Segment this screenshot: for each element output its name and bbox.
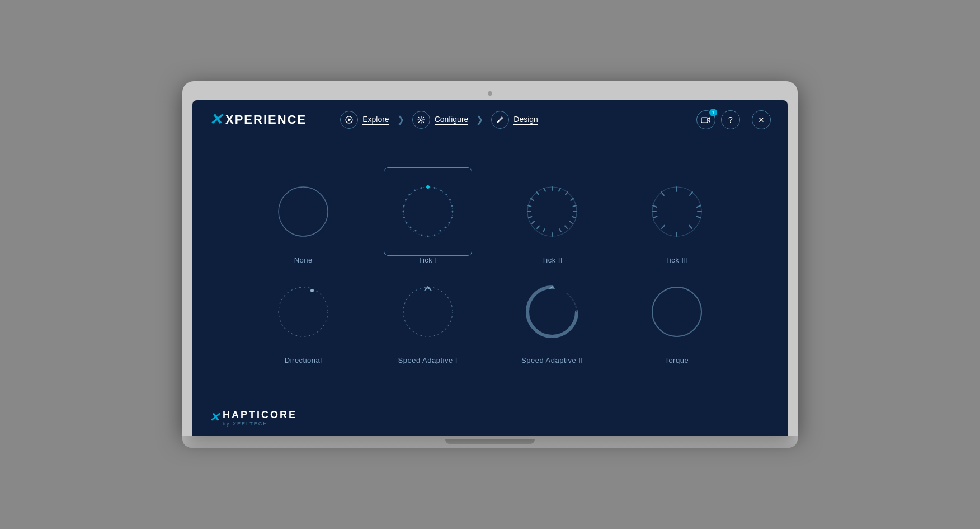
knob-speed-adaptive1 [392,275,464,348]
logo: ✕ XPERIENCE [209,110,307,129]
mode-speed-adaptive1[interactable]: Speed Adaptive I [374,275,482,364]
mode-speed-adaptive2[interactable]: Speed Adaptive II [498,275,606,364]
label-torque: Torque [665,356,689,364]
explore-icon [340,111,358,129]
chevron2: ❯ [476,114,483,125]
svg-line-64 [661,192,664,195]
laptop-frame: ✕ XPERIENCE Explore ❯ [182,81,798,436]
svg-line-39 [570,221,573,223]
label-directional: Directional [285,356,322,364]
mode-torque[interactable]: Torque [623,275,731,364]
svg-point-74 [652,287,701,336]
label-tick3: Tick III [665,256,689,264]
header-right: 1 ? ✕ [696,110,771,129]
laptop-notch [445,439,535,444]
mode-directional[interactable]: Directional [249,275,357,364]
svg-line-61 [653,217,657,218]
svg-line-48 [528,205,531,207]
knob-tick2 [516,175,588,248]
main-content: None [192,139,788,400]
svg-line-60 [662,226,665,229]
configure-label: Configure [435,115,469,125]
help-button[interactable]: ? [721,110,740,129]
svg-marker-1 [348,118,351,121]
svg-line-45 [532,221,535,223]
label-tick2: Tick II [541,256,563,264]
svg-line-40 [565,226,567,229]
configure-icon [412,111,430,129]
nav-design[interactable]: Design [491,111,538,129]
svg-line-38 [573,217,576,218]
svg-line-57 [696,217,700,218]
explore-label: Explore [362,115,389,125]
hapticore-text: HAPTICORE by XEELTECH [223,409,297,427]
svg-point-66 [310,289,314,292]
screen: ✕ XPERIENCE Explore ❯ [192,100,788,436]
design-icon [491,111,509,129]
logo-text: XPERIENCE [225,113,307,127]
svg-point-31 [527,187,577,236]
nav-configure[interactable]: Configure [412,111,469,129]
svg-line-41 [559,229,561,232]
svg-line-63 [653,205,657,207]
selection-box [384,167,472,256]
svg-line-51 [544,188,545,191]
svg-line-33 [559,188,560,191]
design-label: Design [513,115,538,125]
svg-line-58 [689,226,692,229]
hapticore-x: ✕ [209,410,219,425]
svg-point-4 [279,187,328,236]
svg-line-49 [531,198,534,200]
svg-line-50 [536,192,539,195]
svg-line-46 [529,217,532,218]
mode-grid: None [249,175,731,364]
label-speed-adaptive2: Speed Adaptive II [521,356,583,364]
knob-speed-adaptive2 [516,275,588,348]
knob-tick3 [640,175,713,248]
hapticore-brand: HAPTICORE [223,409,297,421]
close-icon: ✕ [758,115,765,124]
help-icon: ? [728,115,733,124]
camera-button[interactable]: 1 [696,110,715,129]
mode-tick1[interactable]: Tick I [374,175,482,264]
svg-point-65 [279,287,328,336]
knob-tick1 [392,175,464,248]
footer: ✕ HAPTICORE by XEELTECH [192,400,788,436]
svg-line-34 [566,192,568,195]
label-none: None [294,256,313,264]
nav-explore[interactable]: Explore [340,111,389,129]
laptop-outer: ✕ XPERIENCE Explore ❯ [182,81,798,448]
hapticore-logo: ✕ HAPTICORE by XEELTECH [209,409,771,427]
svg-line-43 [543,229,545,232]
knob-directional [267,275,340,348]
logo-x: ✕ [209,110,222,129]
svg-point-67 [403,287,453,336]
mode-tick2[interactable]: Tick II [498,175,606,264]
laptop-base [182,436,798,448]
svg-point-2 [420,119,422,121]
hapticore-sub: by XEELTECH [223,421,297,427]
svg-line-55 [697,205,701,207]
close-button[interactable]: ✕ [752,110,771,129]
nav: Explore ❯ Configure ❯ [340,111,696,129]
svg-point-52 [652,187,701,236]
svg-rect-3 [701,118,708,123]
header-divider [746,113,746,127]
label-speed-adaptive1: Speed Adaptive I [398,356,458,364]
camera-dot [488,91,492,96]
svg-line-44 [537,226,539,229]
camera-badge: 1 [709,109,717,116]
mode-tick3[interactable]: Tick III [623,175,731,264]
knob-torque [640,275,713,348]
knob-none [267,175,340,248]
label-tick1: Tick I [418,256,437,264]
svg-line-35 [571,198,574,200]
mode-none[interactable]: None [249,175,357,264]
svg-line-36 [573,205,577,207]
svg-line-54 [690,192,692,195]
header: ✕ XPERIENCE Explore ❯ [192,100,788,139]
chevron1: ❯ [397,114,404,125]
